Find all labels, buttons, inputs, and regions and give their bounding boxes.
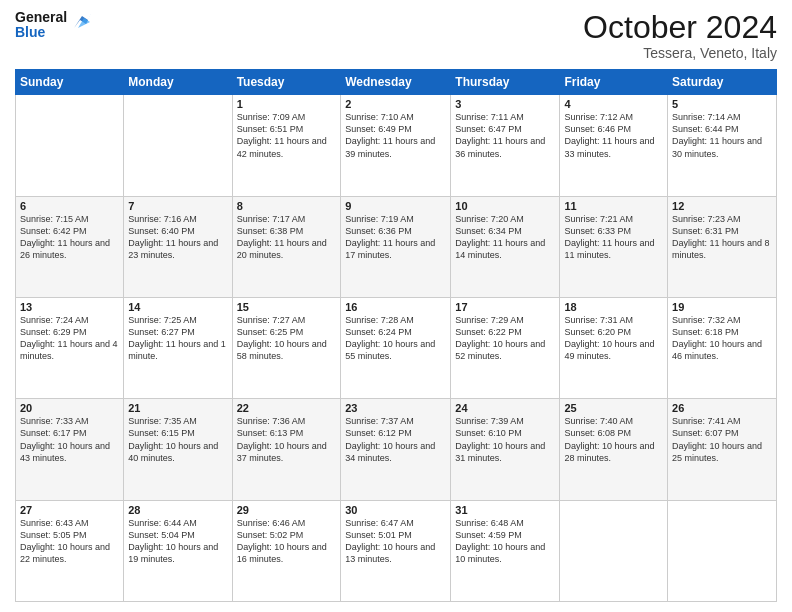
cell-details: Sunrise: 7:09 AM Sunset: 6:51 PM Dayligh…: [237, 111, 337, 160]
logo-blue: Blue: [15, 25, 67, 40]
calendar-cell: 24Sunrise: 7:39 AM Sunset: 6:10 PM Dayli…: [451, 399, 560, 500]
logo-container: General Blue: [15, 10, 92, 41]
calendar-cell: 12Sunrise: 7:23 AM Sunset: 6:31 PM Dayli…: [668, 196, 777, 297]
cell-details: Sunrise: 7:21 AM Sunset: 6:33 PM Dayligh…: [564, 213, 663, 262]
calendar-cell: 30Sunrise: 6:47 AM Sunset: 5:01 PM Dayli…: [341, 500, 451, 601]
calendar-cell: 22Sunrise: 7:36 AM Sunset: 6:13 PM Dayli…: [232, 399, 341, 500]
calendar-week-row: 6Sunrise: 7:15 AM Sunset: 6:42 PM Daylig…: [16, 196, 777, 297]
cell-details: Sunrise: 7:19 AM Sunset: 6:36 PM Dayligh…: [345, 213, 446, 262]
cell-details: Sunrise: 7:37 AM Sunset: 6:12 PM Dayligh…: [345, 415, 446, 464]
day-header-thursday: Thursday: [451, 70, 560, 95]
calendar-week-row: 13Sunrise: 7:24 AM Sunset: 6:29 PM Dayli…: [16, 297, 777, 398]
calendar-cell: [16, 95, 124, 196]
calendar-cell: 6Sunrise: 7:15 AM Sunset: 6:42 PM Daylig…: [16, 196, 124, 297]
calendar-cell: 17Sunrise: 7:29 AM Sunset: 6:22 PM Dayli…: [451, 297, 560, 398]
cell-details: Sunrise: 7:10 AM Sunset: 6:49 PM Dayligh…: [345, 111, 446, 160]
cell-details: Sunrise: 7:28 AM Sunset: 6:24 PM Dayligh…: [345, 314, 446, 363]
day-number: 15: [237, 301, 337, 313]
title-block: October 2024 Tessera, Veneto, Italy: [583, 10, 777, 61]
day-number: 11: [564, 200, 663, 212]
day-number: 23: [345, 402, 446, 414]
day-number: 5: [672, 98, 772, 110]
day-number: 21: [128, 402, 227, 414]
calendar-cell: 28Sunrise: 6:44 AM Sunset: 5:04 PM Dayli…: [124, 500, 232, 601]
location-subtitle: Tessera, Veneto, Italy: [583, 45, 777, 61]
calendar-cell: 13Sunrise: 7:24 AM Sunset: 6:29 PM Dayli…: [16, 297, 124, 398]
calendar-cell: 16Sunrise: 7:28 AM Sunset: 6:24 PM Dayli…: [341, 297, 451, 398]
calendar-cell: 3Sunrise: 7:11 AM Sunset: 6:47 PM Daylig…: [451, 95, 560, 196]
cell-details: Sunrise: 7:35 AM Sunset: 6:15 PM Dayligh…: [128, 415, 227, 464]
cell-details: Sunrise: 7:40 AM Sunset: 6:08 PM Dayligh…: [564, 415, 663, 464]
cell-details: Sunrise: 7:36 AM Sunset: 6:13 PM Dayligh…: [237, 415, 337, 464]
day-number: 20: [20, 402, 119, 414]
day-number: 16: [345, 301, 446, 313]
day-header-saturday: Saturday: [668, 70, 777, 95]
calendar-cell: 26Sunrise: 7:41 AM Sunset: 6:07 PM Dayli…: [668, 399, 777, 500]
logo: General Blue: [15, 10, 92, 41]
logo-words: General Blue: [15, 10, 67, 41]
cell-details: Sunrise: 7:39 AM Sunset: 6:10 PM Dayligh…: [455, 415, 555, 464]
day-number: 3: [455, 98, 555, 110]
cell-details: Sunrise: 7:11 AM Sunset: 6:47 PM Dayligh…: [455, 111, 555, 160]
cell-details: Sunrise: 7:17 AM Sunset: 6:38 PM Dayligh…: [237, 213, 337, 262]
day-number: 8: [237, 200, 337, 212]
calendar-cell: [668, 500, 777, 601]
calendar-cell: 4Sunrise: 7:12 AM Sunset: 6:46 PM Daylig…: [560, 95, 668, 196]
calendar-cell: 14Sunrise: 7:25 AM Sunset: 6:27 PM Dayli…: [124, 297, 232, 398]
cell-details: Sunrise: 7:15 AM Sunset: 6:42 PM Dayligh…: [20, 213, 119, 262]
cell-details: Sunrise: 6:46 AM Sunset: 5:02 PM Dayligh…: [237, 517, 337, 566]
calendar-cell: 23Sunrise: 7:37 AM Sunset: 6:12 PM Dayli…: [341, 399, 451, 500]
page-header: General Blue October 2024 Tessera, Venet…: [15, 10, 777, 61]
cell-details: Sunrise: 7:27 AM Sunset: 6:25 PM Dayligh…: [237, 314, 337, 363]
day-number: 6: [20, 200, 119, 212]
day-number: 27: [20, 504, 119, 516]
day-number: 28: [128, 504, 227, 516]
calendar-cell: 27Sunrise: 6:43 AM Sunset: 5:05 PM Dayli…: [16, 500, 124, 601]
cell-details: Sunrise: 6:47 AM Sunset: 5:01 PM Dayligh…: [345, 517, 446, 566]
cell-details: Sunrise: 7:25 AM Sunset: 6:27 PM Dayligh…: [128, 314, 227, 363]
day-number: 10: [455, 200, 555, 212]
calendar-cell: 11Sunrise: 7:21 AM Sunset: 6:33 PM Dayli…: [560, 196, 668, 297]
calendar-header-row: SundayMondayTuesdayWednesdayThursdayFrid…: [16, 70, 777, 95]
day-number: 26: [672, 402, 772, 414]
calendar-cell: [124, 95, 232, 196]
cell-details: Sunrise: 7:12 AM Sunset: 6:46 PM Dayligh…: [564, 111, 663, 160]
month-title: October 2024: [583, 10, 777, 45]
logo-bird-icon: [70, 10, 92, 36]
calendar-cell: 2Sunrise: 7:10 AM Sunset: 6:49 PM Daylig…: [341, 95, 451, 196]
day-header-monday: Monday: [124, 70, 232, 95]
cell-details: Sunrise: 7:20 AM Sunset: 6:34 PM Dayligh…: [455, 213, 555, 262]
cell-details: Sunrise: 7:14 AM Sunset: 6:44 PM Dayligh…: [672, 111, 772, 160]
calendar-cell: 10Sunrise: 7:20 AM Sunset: 6:34 PM Dayli…: [451, 196, 560, 297]
day-number: 12: [672, 200, 772, 212]
day-number: 22: [237, 402, 337, 414]
day-number: 4: [564, 98, 663, 110]
calendar-cell: 29Sunrise: 6:46 AM Sunset: 5:02 PM Dayli…: [232, 500, 341, 601]
calendar-cell: 21Sunrise: 7:35 AM Sunset: 6:15 PM Dayli…: [124, 399, 232, 500]
cell-details: Sunrise: 7:23 AM Sunset: 6:31 PM Dayligh…: [672, 213, 772, 262]
calendar-week-row: 27Sunrise: 6:43 AM Sunset: 5:05 PM Dayli…: [16, 500, 777, 601]
day-number: 31: [455, 504, 555, 516]
calendar-cell: 20Sunrise: 7:33 AM Sunset: 6:17 PM Dayli…: [16, 399, 124, 500]
day-number: 29: [237, 504, 337, 516]
calendar-week-row: 1Sunrise: 7:09 AM Sunset: 6:51 PM Daylig…: [16, 95, 777, 196]
day-number: 13: [20, 301, 119, 313]
day-number: 24: [455, 402, 555, 414]
calendar-cell: 18Sunrise: 7:31 AM Sunset: 6:20 PM Dayli…: [560, 297, 668, 398]
cell-details: Sunrise: 7:41 AM Sunset: 6:07 PM Dayligh…: [672, 415, 772, 464]
day-number: 19: [672, 301, 772, 313]
calendar-cell: 15Sunrise: 7:27 AM Sunset: 6:25 PM Dayli…: [232, 297, 341, 398]
cell-details: Sunrise: 7:24 AM Sunset: 6:29 PM Dayligh…: [20, 314, 119, 363]
calendar-table: SundayMondayTuesdayWednesdayThursdayFrid…: [15, 69, 777, 602]
calendar-cell: 31Sunrise: 6:48 AM Sunset: 4:59 PM Dayli…: [451, 500, 560, 601]
calendar-cell: [560, 500, 668, 601]
calendar-cell: 1Sunrise: 7:09 AM Sunset: 6:51 PM Daylig…: [232, 95, 341, 196]
cell-details: Sunrise: 7:16 AM Sunset: 6:40 PM Dayligh…: [128, 213, 227, 262]
day-header-sunday: Sunday: [16, 70, 124, 95]
cell-details: Sunrise: 7:31 AM Sunset: 6:20 PM Dayligh…: [564, 314, 663, 363]
day-number: 7: [128, 200, 227, 212]
calendar-cell: 8Sunrise: 7:17 AM Sunset: 6:38 PM Daylig…: [232, 196, 341, 297]
logo-general: General: [15, 10, 67, 25]
cell-details: Sunrise: 6:43 AM Sunset: 5:05 PM Dayligh…: [20, 517, 119, 566]
cell-details: Sunrise: 7:33 AM Sunset: 6:17 PM Dayligh…: [20, 415, 119, 464]
